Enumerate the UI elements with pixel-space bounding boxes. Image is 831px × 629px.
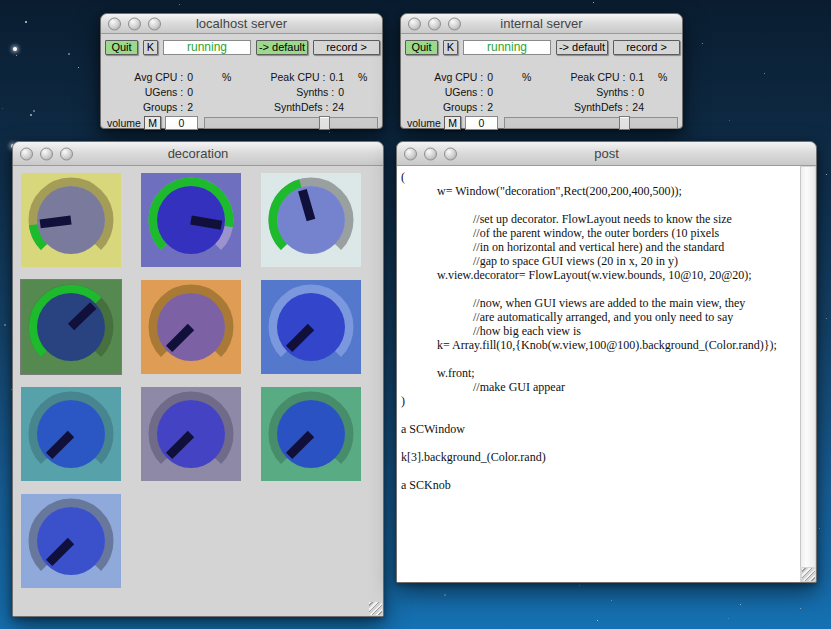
window-title: post bbox=[397, 142, 816, 166]
knob-3[interactable] bbox=[261, 173, 361, 267]
stat-label: SynthDefs : bbox=[574, 101, 628, 113]
post-code-text: (w= Window("decoration",Rect(200,200,400… bbox=[401, 170, 798, 492]
zoom-button[interactable] bbox=[444, 147, 457, 160]
window-controls bbox=[20, 147, 73, 160]
knob-1[interactable] bbox=[21, 173, 121, 267]
quit-button[interactable]: Quit bbox=[405, 40, 438, 55]
titlebar[interactable]: decoration bbox=[13, 142, 383, 166]
kill-button[interactable]: K bbox=[143, 40, 158, 55]
stat-label: UGens : bbox=[445, 86, 484, 98]
titlebar[interactable]: post bbox=[397, 142, 816, 166]
localhost-server-window: localhost server Quit K running -> defau… bbox=[100, 13, 383, 129]
mute-button[interactable]: M bbox=[444, 116, 461, 130]
stat-value: 0 bbox=[638, 86, 644, 98]
code-line: //of the parent window, the outer border… bbox=[401, 226, 798, 240]
zoom-button[interactable] bbox=[60, 147, 73, 160]
knob-6[interactable] bbox=[261, 280, 361, 374]
knob-8[interactable] bbox=[141, 387, 241, 481]
titlebar[interactable]: internal server bbox=[401, 14, 682, 34]
minimize-button[interactable] bbox=[40, 147, 53, 160]
star bbox=[826, 318, 827, 319]
star bbox=[25, 21, 27, 23]
code-line bbox=[401, 282, 798, 296]
knob-7[interactable] bbox=[21, 387, 121, 481]
code-line: w.view.decorator= FlowLayout(w.view.boun… bbox=[401, 268, 798, 282]
set-default-button[interactable]: -> default bbox=[256, 40, 308, 55]
zoom-button[interactable] bbox=[148, 17, 161, 30]
stat-unit: % bbox=[222, 71, 231, 83]
code-line bbox=[401, 408, 798, 422]
close-button[interactable] bbox=[108, 17, 121, 30]
window-controls bbox=[108, 17, 161, 30]
minimize-button[interactable] bbox=[428, 17, 441, 30]
star bbox=[611, 600, 612, 601]
stat-value: 0.1 bbox=[629, 71, 644, 83]
star bbox=[579, 585, 580, 586]
volume-slider[interactable] bbox=[204, 117, 378, 129]
minimize-button[interactable] bbox=[424, 147, 437, 160]
stat-label: Peak CPU : bbox=[271, 71, 326, 83]
knob-9[interactable] bbox=[261, 387, 361, 481]
resize-grip[interactable] bbox=[802, 568, 815, 581]
kill-button[interactable]: K bbox=[443, 40, 458, 55]
stat-unit: % bbox=[522, 71, 531, 83]
volume-label: volume : bbox=[407, 115, 447, 131]
post-text-area[interactable]: (w= Window("decoration",Rect(200,200,400… bbox=[397, 166, 800, 582]
knob-5[interactable] bbox=[141, 280, 241, 374]
volume-value-field[interactable]: 0 bbox=[465, 116, 498, 130]
star bbox=[4, 324, 6, 326]
star bbox=[78, 67, 79, 68]
volume-slider-thumb[interactable] bbox=[619, 116, 630, 130]
stat-value: 0 bbox=[487, 86, 493, 98]
titlebar[interactable]: localhost server bbox=[101, 14, 382, 34]
stat-value: 2 bbox=[487, 101, 493, 113]
stat-value: 0.1 bbox=[329, 71, 344, 83]
close-button[interactable] bbox=[408, 17, 421, 30]
code-line: a SCKnob bbox=[401, 478, 798, 492]
star bbox=[729, 120, 730, 121]
code-line: k= Array.fill(10,{Knob(w.view,100@100).b… bbox=[401, 338, 798, 352]
stats-row: Groups :2 SynthDefs :24 bbox=[101, 101, 382, 113]
knob-2[interactable] bbox=[141, 173, 241, 267]
stats-row: Groups :2 SynthDefs :24 bbox=[401, 101, 682, 113]
stat-label: Groups : bbox=[143, 101, 183, 113]
volume-label: volume : bbox=[107, 115, 147, 131]
star bbox=[800, 608, 801, 609]
volume-slider-thumb[interactable] bbox=[319, 116, 330, 130]
zoom-button[interactable] bbox=[448, 17, 461, 30]
vertical-scrollbar[interactable] bbox=[800, 167, 815, 567]
volume-value-field[interactable]: 0 bbox=[165, 116, 198, 130]
record-button[interactable]: record > bbox=[613, 40, 680, 55]
volume-row: volume : M 0 bbox=[401, 115, 682, 131]
star bbox=[728, 618, 729, 619]
record-button[interactable]: record > bbox=[313, 40, 380, 55]
code-line: //now, when GUI views are added to the m… bbox=[401, 296, 798, 310]
star bbox=[33, 110, 35, 112]
star bbox=[30, 114, 32, 116]
stat-label: Groups : bbox=[443, 101, 483, 113]
minimize-button[interactable] bbox=[128, 17, 141, 30]
mute-button[interactable]: M bbox=[144, 116, 161, 130]
window-controls bbox=[408, 17, 461, 30]
resize-grip[interactable] bbox=[369, 602, 382, 615]
volume-row: volume : M 0 bbox=[101, 115, 382, 131]
code-line: //set up decorator. FlowLayout needs to … bbox=[401, 212, 798, 226]
code-line: //make GUI appear bbox=[401, 380, 798, 394]
knob-10[interactable] bbox=[21, 494, 121, 588]
knob-4[interactable] bbox=[21, 280, 121, 374]
decoration-window: decoration bbox=[12, 141, 384, 617]
close-button[interactable] bbox=[20, 147, 33, 160]
stat-label: SynthDefs : bbox=[274, 101, 328, 113]
volume-slider[interactable] bbox=[504, 117, 678, 129]
close-button[interactable] bbox=[404, 147, 417, 160]
set-default-button[interactable]: -> default bbox=[556, 40, 608, 55]
stat-label: Peak CPU : bbox=[571, 71, 626, 83]
code-line: ( bbox=[401, 170, 798, 184]
stats-row: Avg CPU :0 % Peak CPU :0.1 % bbox=[101, 71, 382, 83]
code-line bbox=[401, 198, 798, 212]
star bbox=[740, 604, 741, 605]
star bbox=[764, 73, 765, 74]
star bbox=[2, 108, 3, 109]
code-line: //are automatically arranged, and you on… bbox=[401, 310, 798, 324]
quit-button[interactable]: Quit bbox=[105, 40, 138, 55]
